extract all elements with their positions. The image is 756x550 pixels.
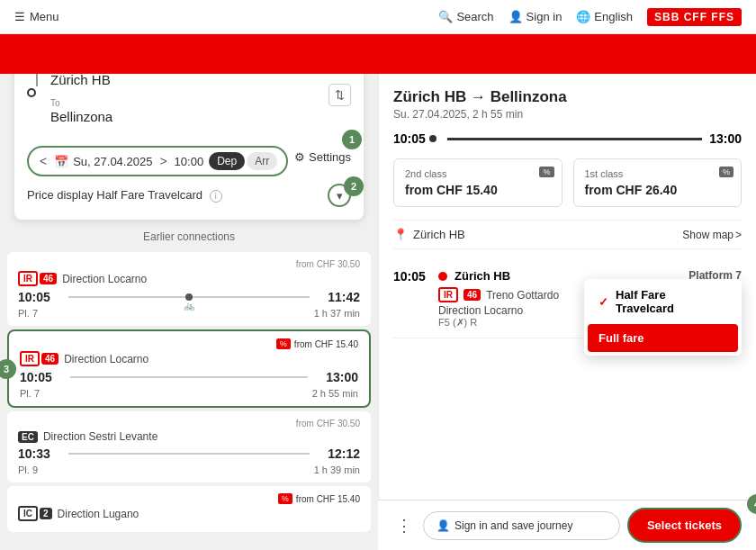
arr-button[interactable]: Arr [247, 152, 277, 170]
prev-date-button[interactable]: < [38, 154, 49, 168]
train-num-badge: 46 [41, 353, 58, 365]
connection-header: IR 46 Direction Locarno [18, 271, 360, 286]
ir-badge: IR [20, 351, 40, 366]
discount-badge: % [539, 167, 554, 177]
menu-label: Menu [30, 10, 59, 23]
detail-timeline: 10:05 13:00 [393, 131, 742, 146]
show-map-text: Show map [682, 229, 734, 241]
show-map-link[interactable]: Show map > [682, 229, 742, 241]
from-input[interactable]: Zürich HB [50, 74, 328, 87]
menu-button[interactable]: ☰ Menu [14, 10, 59, 23]
dep-arr-toggle: Dep Arr [209, 152, 277, 170]
depart-time: 10:05 [20, 370, 65, 384]
discount-badge-1: % [719, 167, 734, 177]
duration: 2 h 55 min [312, 388, 358, 399]
main-area: From Zürich HB To Bellinzona ⇅ [0, 74, 756, 550]
timeline-line: 🚲 [68, 296, 310, 298]
ir-badge: IR [18, 271, 38, 286]
sbb-logo: SBB CFF FFS [647, 8, 742, 26]
class2-card[interactable]: % 2nd class from CHF 15.40 [393, 158, 562, 207]
search-card: From Zürich HB To Bellinzona ⇅ [14, 74, 364, 220]
fare-classes: % 2nd class from CHF 15.40 % 1st class f… [393, 158, 742, 207]
train-badge: IR 46 [20, 351, 58, 366]
to-label: To [50, 98, 328, 108]
calendar-icon: 📅 [54, 155, 68, 168]
step1-time: 10:05 [393, 269, 431, 284]
time-value[interactable]: 10:00 [175, 155, 204, 168]
nav-right: 🔍 Search 👤 Sign in 🌐 English SBB CFF FFS [438, 8, 742, 26]
logo-text: SBB CFF FFS [654, 11, 734, 23]
dep-button[interactable]: Dep [209, 152, 245, 170]
timeline-arrive: 13:00 [709, 131, 742, 146]
checkmark-icon: ✓ [598, 295, 608, 309]
detail-title: Zürich HB → Bellinzona [393, 88, 742, 106]
to-input[interactable]: Bellinzona [50, 109, 328, 124]
settings-label: Settings [309, 150, 351, 164]
timeline-dot-start [429, 135, 436, 142]
top-navigation: ☰ Menu 🔍 Search 👤 Sign in 🌐 English SBB … [0, 0, 756, 34]
timeline-bar [447, 138, 702, 140]
signin-link[interactable]: 👤 Sign in [508, 10, 562, 23]
select-tickets-label: Select tickets [647, 518, 722, 532]
transfer-dot [185, 293, 193, 301]
route-connector [36, 74, 38, 86]
hamburger-icon: ☰ [14, 10, 25, 23]
settings-icon: ⚙ [294, 150, 305, 164]
signin-label: Sign in [526, 10, 562, 23]
class1-label: 1st class [585, 168, 731, 179]
settings-button[interactable]: ⚙ Settings [294, 150, 351, 164]
select-tickets-button[interactable]: Select tickets [627, 508, 742, 543]
search-icon: 🔍 [438, 10, 453, 23]
arrive-time: 13:00 [313, 370, 358, 384]
swap-button[interactable]: ⇅ [328, 84, 351, 106]
duration: 1 h 39 min [314, 464, 360, 475]
connection-item[interactable]: from CHF 30.50 EC Direction Sestri Levan… [7, 411, 371, 482]
to-row: To Bellinzona [50, 98, 328, 124]
date-value[interactable]: Su, 27.04.2025 [73, 155, 152, 168]
map-row: 📍 Zürich HB Show map > [393, 220, 742, 249]
class1-card[interactable]: % 1st class from CHF 26.40 [573, 158, 742, 207]
earlier-connections-label: Earlier connections [0, 220, 378, 248]
direction-text: Direction Locarno [64, 353, 148, 365]
to-dot [27, 88, 36, 97]
user-icon: 👤 [508, 10, 523, 23]
duration: 1 h 37 min [314, 308, 360, 319]
language-label: English [594, 10, 633, 23]
fare-option-half[interactable]: ✓ Half Fare Travelcard [584, 279, 742, 324]
connection-header: IC 2 Direction Lugano [18, 506, 360, 521]
fare-option-half-label: Half Fare Travelcard [616, 288, 727, 315]
ic-badge: IC [18, 506, 38, 521]
timeline-line [68, 453, 310, 455]
train-badge: EC [18, 431, 38, 443]
search-link[interactable]: 🔍 Search [438, 10, 493, 23]
depart-time: 10:33 [18, 446, 63, 461]
platform: Pl. 7 [18, 308, 38, 319]
connection-header: EC Direction Sestri Levante [18, 430, 360, 443]
train-badge: IR 46 [18, 271, 57, 286]
depart-time: 10:05 [18, 290, 63, 304]
next-date-button[interactable]: > [158, 154, 168, 168]
sign-save-label: Sign in and save journey [454, 519, 572, 532]
sign-in-save-button[interactable]: 👤 Sign in and save journey [423, 511, 620, 540]
connection-item[interactable]: % from CHF 15.40 IC 2 Direction Lugano [7, 486, 371, 532]
connection-times: 10:05 13:00 [20, 370, 358, 384]
connection-times: 10:05 🚲 11:42 [18, 290, 360, 304]
fare-dropdown-button[interactable]: ▾ [328, 184, 351, 207]
price-display-label: Price display Half Fare Travelcard [27, 188, 206, 202]
class2-price: from CHF 15.40 [405, 183, 551, 197]
step-num-badge: 46 [464, 289, 481, 301]
hero-strip [0, 34, 756, 74]
language-selector[interactable]: 🌐 English [576, 10, 633, 23]
search-label: Search [456, 10, 493, 23]
more-options-button[interactable]: ⋮ [392, 512, 416, 539]
info-icon[interactable]: i [210, 190, 222, 203]
arrive-time: 12:12 [315, 446, 360, 461]
connection-item[interactable]: from CHF 30.50 IR 46 Direction Locarno 1… [7, 252, 371, 326]
direction-text: Direction Locarno [62, 273, 147, 285]
fare-option-full[interactable]: Full fare [588, 324, 738, 352]
platform: Pl. 7 [20, 388, 40, 399]
user-icon-btn: 👤 [436, 519, 450, 532]
left-panel: From Zürich HB To Bellinzona ⇅ [0, 74, 378, 550]
connection-item-selected[interactable]: % from CHF 15.40 IR 46 Direction Locarno… [7, 329, 371, 408]
price-display-row: Price display Half Fare Travelcard i ▾ 2 [27, 176, 351, 211]
